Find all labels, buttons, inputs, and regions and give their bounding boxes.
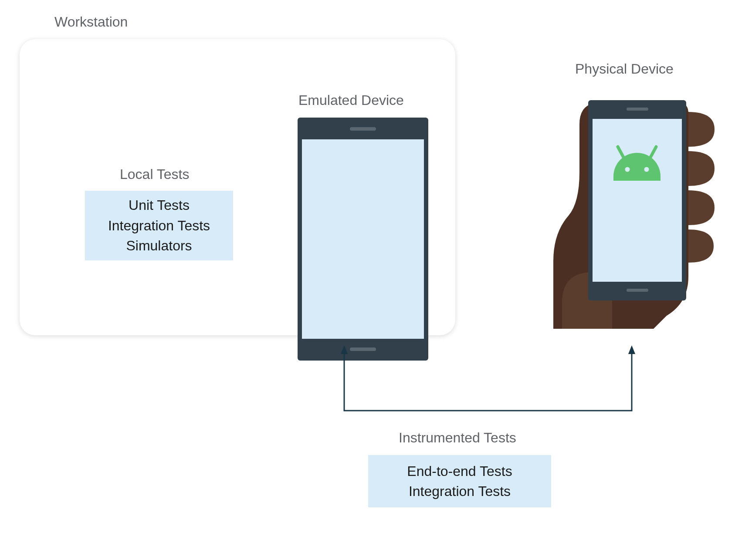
workstation-label: Workstation bbox=[54, 14, 128, 30]
local-tests-item: Integration Tests bbox=[108, 216, 210, 236]
instrumented-tests-label: Instrumented Tests bbox=[399, 430, 516, 446]
instrumented-tests-item: End-to-end Tests bbox=[407, 461, 512, 481]
local-tests-item: Simulators bbox=[126, 236, 192, 256]
svg-rect-6 bbox=[627, 108, 648, 111]
svg-rect-1 bbox=[302, 139, 424, 339]
svg-marker-13 bbox=[628, 345, 635, 354]
svg-rect-2 bbox=[350, 127, 376, 131]
arrow-connector bbox=[340, 345, 636, 415]
physical-device-label: Physical Device bbox=[575, 61, 674, 77]
emulated-device-label: Emulated Device bbox=[298, 92, 404, 108]
emulated-device-icon bbox=[298, 118, 428, 361]
svg-rect-7 bbox=[627, 289, 648, 292]
physical-device-icon bbox=[553, 85, 728, 329]
svg-rect-5 bbox=[593, 119, 682, 282]
workstation-card: Local Tests Unit Tests Integration Tests… bbox=[20, 39, 455, 335]
svg-marker-12 bbox=[341, 345, 348, 354]
local-tests-label: Local Tests bbox=[120, 166, 190, 182]
instrumented-tests-item: Integration Tests bbox=[409, 481, 511, 501]
local-tests-item: Unit Tests bbox=[129, 195, 190, 215]
local-tests-box: Unit Tests Integration Tests Simulators bbox=[85, 191, 233, 260]
instrumented-tests-box: End-to-end Tests Integration Tests bbox=[368, 455, 551, 507]
svg-point-10 bbox=[625, 167, 630, 172]
svg-point-11 bbox=[644, 167, 649, 172]
